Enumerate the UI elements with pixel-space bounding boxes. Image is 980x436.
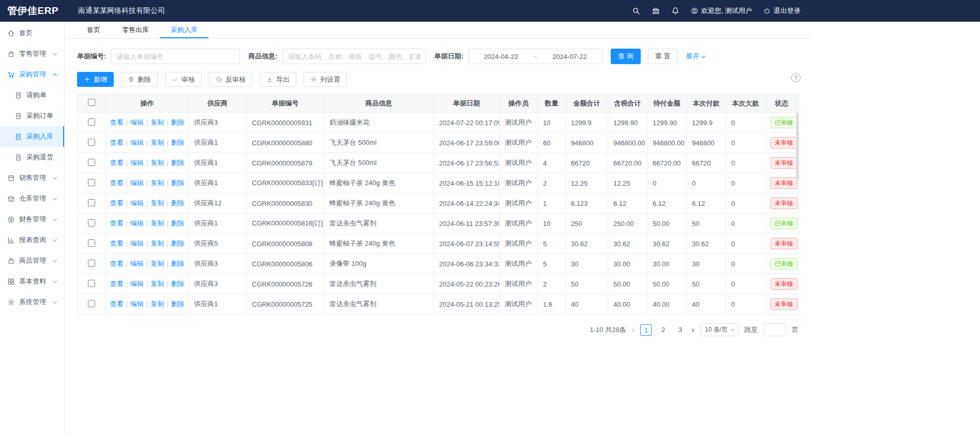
cell-paid: 1299.9 (687, 113, 726, 133)
search-button[interactable]: 查 询 (611, 49, 641, 64)
row-edit-link[interactable]: 编辑 (130, 300, 144, 308)
sidebar-item-base-data[interactable]: 基本资料 (0, 271, 64, 292)
export-button[interactable]: 导出 (260, 72, 296, 87)
prev-page-button[interactable]: ‹ (632, 325, 635, 334)
unaudit-button[interactable]: 反审核 (209, 72, 252, 87)
welcome-user[interactable]: 欢迎您, 测试用户 (691, 6, 752, 16)
row-copy-link[interactable]: 复制 (150, 280, 164, 288)
sidebar-item-purchase-request[interactable]: 请购单 (0, 85, 64, 106)
row-delete-link[interactable]: 删除 (171, 199, 185, 207)
bank-icon[interactable] (652, 7, 660, 15)
page-number-2[interactable]: 2 (657, 324, 669, 336)
row-copy-link[interactable]: 复制 (150, 199, 164, 207)
row-view-link[interactable]: 查看 (110, 159, 123, 167)
logout-button[interactable]: 退出登录 (763, 6, 801, 16)
sidebar-item-purchase-inbound[interactable]: 采购入库 (0, 126, 64, 147)
cell-qty: 60 (538, 133, 566, 153)
cell-owed: 0 (726, 193, 765, 214)
sidebar-item-purchase-return[interactable]: 采购退货 (0, 147, 64, 168)
row-checkbox[interactable] (88, 159, 95, 166)
sidebar-item-goods-mgmt[interactable]: 商品管理 (0, 250, 64, 271)
row-delete-link[interactable]: 删除 (171, 239, 185, 247)
add-button[interactable]: 新增 (77, 72, 114, 87)
row-delete-link[interactable]: 删除 (171, 179, 185, 187)
row-checkbox[interactable] (88, 280, 95, 287)
row-copy-link[interactable]: 复制 (150, 239, 164, 247)
row-copy-link[interactable]: 复制 (150, 219, 164, 227)
row-view-link[interactable]: 查看 (110, 219, 123, 227)
sidebar-item-purchase-mgmt[interactable]: 采购管理 (0, 64, 64, 85)
row-delete-link[interactable]: 删除 (171, 260, 185, 267)
page-number-3[interactable]: 3 (674, 324, 686, 336)
row-edit-link[interactable]: 编辑 (130, 260, 144, 267)
row-delete-link[interactable]: 删除 (171, 118, 185, 126)
row-view-link[interactable]: 查看 (110, 239, 123, 247)
sidebar-item-system-mgmt[interactable]: 系统管理 (0, 292, 64, 312)
row-delete-link[interactable]: 删除 (171, 159, 185, 167)
row-checkbox[interactable] (88, 260, 95, 267)
row-view-link[interactable]: 查看 (110, 260, 123, 267)
row-copy-link[interactable]: 复制 (150, 118, 164, 126)
scrollbar-thumb[interactable] (796, 113, 799, 180)
row-delete-link[interactable]: 删除 (171, 280, 185, 288)
select-all-checkbox[interactable] (88, 99, 95, 106)
sidebar-item-home[interactable]: 首页 (0, 23, 64, 43)
row-edit-link[interactable]: 编辑 (130, 219, 144, 227)
ban-icon (216, 76, 222, 83)
row-checkbox[interactable] (88, 179, 95, 186)
row-checkbox[interactable] (88, 239, 95, 247)
row-delete-link[interactable]: 删除 (171, 139, 185, 146)
row-checkbox[interactable] (88, 199, 95, 206)
tab-retail-outbound[interactable]: 零售出库 (111, 22, 160, 38)
bell-icon[interactable] (671, 7, 680, 15)
search-icon[interactable] (632, 7, 640, 15)
tab-purchase-inbound[interactable]: 采购入库 (160, 22, 208, 38)
row-copy-link[interactable]: 复制 (150, 179, 164, 187)
row-edit-link[interactable]: 编辑 (130, 239, 144, 247)
row-checkbox[interactable] (88, 300, 95, 307)
column-settings-button[interactable]: 列设置 (304, 72, 347, 87)
help-icon[interactable]: ? (791, 73, 801, 82)
sidebar-item-finance-mgmt[interactable]: 财务管理 (0, 209, 64, 230)
reset-button[interactable]: 重 置 (648, 49, 678, 64)
doc-no-input[interactable] (111, 49, 240, 64)
row-edit-link[interactable]: 编辑 (130, 159, 144, 167)
sidebar-item-warehouse-mgmt[interactable]: 仓库管理 (0, 188, 64, 209)
action-separator: | (167, 118, 168, 126)
delete-button[interactable]: 删除 (121, 72, 158, 87)
jump-page-input[interactable] (763, 323, 786, 336)
row-copy-link[interactable]: 复制 (150, 260, 164, 267)
page-number-1[interactable]: 1 (640, 324, 652, 336)
sidebar-item-report-query[interactable]: 报表查询 (0, 230, 64, 250)
row-view-link[interactable]: 查看 (110, 118, 123, 126)
page-size-select[interactable]: 10 条/页 (700, 323, 738, 336)
row-copy-link[interactable]: 复制 (150, 300, 164, 308)
date-range-picker[interactable]: 2024-04-22 ~ 2024-07-22 (468, 49, 602, 64)
row-view-link[interactable]: 查看 (110, 280, 123, 288)
audit-button[interactable]: 审核 (165, 72, 202, 87)
row-copy-link[interactable]: 复制 (150, 159, 164, 167)
row-edit-link[interactable]: 编辑 (130, 280, 144, 288)
sidebar-item-purchase-order[interactable]: 采购订单 (0, 106, 64, 126)
row-view-link[interactable]: 查看 (110, 139, 123, 146)
row-edit-link[interactable]: 编辑 (130, 179, 144, 187)
row-delete-link[interactable]: 删除 (171, 300, 185, 308)
row-checkbox[interactable] (88, 118, 95, 126)
row-checkbox[interactable] (88, 139, 95, 146)
tab-home[interactable]: 首页 (76, 22, 111, 38)
table-scrollbar[interactable] (796, 113, 799, 313)
sidebar-item-retail-mgmt[interactable]: 零售管理 (0, 43, 64, 64)
row-edit-link[interactable]: 编辑 (130, 139, 144, 146)
sidebar-item-sales-mgmt[interactable]: 销售管理 (0, 168, 64, 188)
row-view-link[interactable]: 查看 (110, 179, 123, 187)
row-view-link[interactable]: 查看 (110, 199, 123, 207)
product-info-input[interactable] (282, 49, 426, 64)
row-checkbox[interactable] (88, 219, 95, 227)
row-delete-link[interactable]: 删除 (171, 219, 185, 227)
row-copy-link[interactable]: 复制 (150, 139, 164, 146)
expand-filters-link[interactable]: 展开 (686, 52, 705, 61)
row-edit-link[interactable]: 编辑 (130, 199, 144, 207)
next-page-button[interactable]: › (691, 325, 695, 334)
row-view-link[interactable]: 查看 (110, 300, 123, 308)
row-edit-link[interactable]: 编辑 (130, 118, 144, 126)
